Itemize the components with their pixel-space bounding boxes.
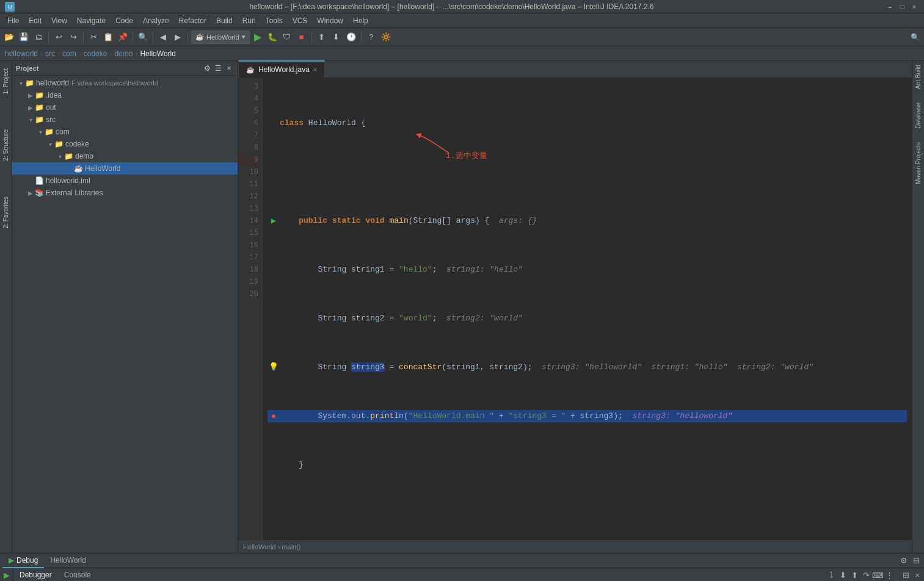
menu-help[interactable]: Help [348,15,373,26]
debug-run-cursor-btn[interactable]: ↷ [860,570,871,581]
toolbar-find-btn[interactable]: 🔍 [136,31,150,44]
title-bar: IJ helloworld – [F:\idea workspace\hello… [0,0,924,13]
debug-more-btn[interactable]: ⋮ [884,570,895,581]
tab-close-icon[interactable]: × [313,66,317,73]
code-content[interactable]: class HelloWorld { ▶ public static void … [263,78,912,540]
app-icon: IJ [5,2,15,12]
panel-close-icon[interactable]: × [224,63,234,73]
debug-step-into-btn[interactable]: ⬇ [837,570,848,581]
toolbar-save-btn[interactable]: 💾 [17,31,31,44]
tree-codeke[interactable]: ▾ 📁 codeke [12,138,238,150]
nav-helloworld[interactable]: helloworld [5,49,38,58]
debug-close-btn[interactable]: × [912,570,923,581]
menu-code[interactable]: Code [111,15,138,26]
menu-tools[interactable]: Tools [261,15,288,26]
sidebar-tab-project[interactable]: 1: Project [1,63,11,99]
close-button[interactable]: × [909,2,919,12]
debug-restore2-btn[interactable]: ⊞ [900,570,911,581]
menu-build[interactable]: Build [211,15,238,26]
run-config-label: HelloWorld [206,34,239,41]
breadcrumb-text: HelloWorld › main() [243,543,301,550]
toolbar-fwd-btn[interactable]: ▶ [171,31,184,44]
nav-src[interactable]: src [45,49,55,58]
tree-out[interactable]: ▶ 📁 out [12,101,238,114]
tree-label: .idea [46,91,62,99]
nav-helloworld-file[interactable]: HelloWorld [140,49,175,58]
toolbar-back-btn[interactable]: ◀ [156,31,170,44]
debug-panel-tabs: ▶ Debug HelloWorld ⚙ ⊟ [0,554,924,568]
code-line-11 [267,508,907,520]
debug-resume-btn[interactable]: ▶ [1,570,12,581]
nav-codeke[interactable]: codeke [84,49,107,58]
debug-button[interactable]: 🐛 [266,31,279,44]
debug-step-out-btn[interactable]: ⬆ [849,570,860,581]
editor-tab-helloworld[interactable]: ☕ HelloWorld.java × [238,60,325,78]
editor-wrapper: 3 4 5 6 7 8 9 10 11 12 13 14 15 16 17 18 [238,78,912,553]
nav-com[interactable]: com [62,49,76,58]
menu-edit[interactable]: Edit [24,15,46,26]
tree-com[interactable]: ▾ 📁 com [12,126,238,138]
code-line-6: String string1 = "hello"; string1: "hell… [267,264,907,276]
menu-run[interactable]: Run [238,15,261,26]
maximize-button[interactable]: □ [897,2,907,12]
menu-view[interactable]: View [46,15,72,26]
tree-idea[interactable]: ▶ 📁 .idea [12,89,238,101]
tree-external-libs[interactable]: ▶ 📚 External Libraries [12,187,238,199]
tree-helloworld-root[interactable]: ▾ 📁 helloworld F:\idea workspace\hellowo… [12,77,238,89]
run-config-selector[interactable]: ☕ HelloWorld ▾ [191,31,250,44]
tree-label: demo [75,152,93,161]
debug-tab-helloworld[interactable]: HelloWorld [44,554,92,568]
debug-tab-debug[interactable]: ▶ Debug [2,554,44,568]
debug-settings-btn[interactable]: ⚙ [898,555,909,566]
debug-eval-btn[interactable]: ⌨ [872,570,883,581]
panel-layout-icon[interactable]: ☰ [213,63,223,73]
vcs-btn[interactable]: ⬆ [315,31,329,44]
debug-restore-btn[interactable]: ⊟ [911,555,922,566]
annotation-select-var: 1.选中变量 [446,150,487,162]
toolbar-copy-btn[interactable]: 📋 [101,31,115,44]
sidebar-tab-favorites[interactable]: 2: Favorites [1,192,11,233]
right-tab-maven[interactable]: Maven Projects [913,139,923,188]
toolbar-redo-btn[interactable]: ↪ [67,31,80,44]
tree-arrow: ▾ [17,80,24,87]
menu-navigate[interactable]: Navigate [72,15,111,26]
panel-gear-icon[interactable]: ⚙ [202,63,212,73]
minimize-button[interactable]: – [885,2,895,12]
toolbar-sep-4 [153,32,153,43]
tree-iml[interactable]: 📄 helloworld.iml [12,175,238,187]
console-subtab[interactable]: Console [58,568,97,582]
menu-refactor[interactable]: Refactor [174,15,211,26]
nav-demo[interactable]: demo [114,49,133,58]
tree-src[interactable]: ▾ 📁 src [12,114,238,126]
menu-window[interactable]: Window [312,15,348,26]
project-panel-title: Project [16,65,200,72]
sidebar-tab-structure[interactable]: 2: Structure [1,125,11,166]
code-editor[interactable]: 3 4 5 6 7 8 9 10 11 12 13 14 15 16 17 18 [238,78,912,540]
right-tab-ant[interactable]: Ant Build [913,61,923,93]
toolbar-paste-btn[interactable]: 📌 [116,31,129,44]
run-coverage-btn[interactable]: 🛡 [280,31,294,44]
tree-demo[interactable]: ▾ 📁 demo [12,150,238,162]
toolbar-open-btn[interactable]: 📂 [2,31,16,44]
code-line-5: ▶ public static void main(String[] args)… [267,215,907,227]
toolbar-cut-btn[interactable]: ✂ [87,31,100,44]
code-line-10: } [267,459,907,471]
toolbar-undo-btn[interactable]: ↩ [52,31,65,44]
menu-analyze[interactable]: Analyze [138,15,174,26]
help-btn[interactable]: ? [365,31,378,44]
vcs-update-btn[interactable]: ⬇ [330,31,343,44]
vcs-history-btn[interactable]: 🕐 [344,31,358,44]
debug-step-over-btn[interactable]: ⤵ [826,570,837,581]
debugger-subtab[interactable]: Debugger [13,568,58,582]
folder-icon: 📁 [64,151,73,161]
right-tab-database[interactable]: Database [913,99,923,132]
stop-button[interactable]: ■ [295,31,308,44]
menu-vcs[interactable]: VCS [288,15,313,26]
tree-helloworld-file[interactable]: ☕ HelloWorld [12,162,238,175]
toolbar-search-icon[interactable]: 🔍 [908,31,922,44]
menu-file[interactable]: File [2,15,24,26]
run-button[interactable]: ▶ [251,31,264,44]
debug-subtabs: ▶ Debugger Console ⤵ ⬇ ⬆ ↷ ⌨ ⋮ ⊞ × [0,568,924,581]
toolbar-save-all-btn[interactable]: 🗂 [32,31,45,44]
live-edit-btn[interactable]: 🔆 [379,31,393,44]
